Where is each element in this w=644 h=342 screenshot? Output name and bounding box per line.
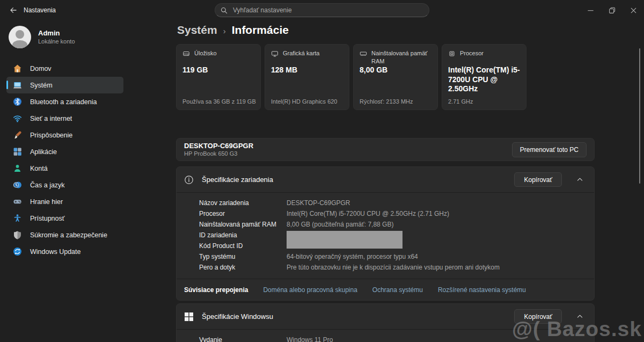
minimize-icon: [587, 6, 595, 14]
sidebar-item-accounts[interactable]: Kontá: [6, 160, 123, 177]
search-input[interactable]: [232, 6, 423, 14]
card-ram: Nainštalovaná pamäť RAM 8,00 GB Rýchlosť…: [353, 44, 438, 110]
device-specs-rows: Názov zariadenia DESKTOP-C69GPGR Proceso…: [177, 192, 594, 279]
card-caption: 2.71 GHz: [448, 98, 473, 105]
spec-row: Nainštalovaná pamäť RAM 8,00 GB (použite…: [177, 219, 594, 230]
device-specs-section: Špecifikácie zariadenia Kopírovať Názov …: [176, 166, 595, 301]
link-system-protection[interactable]: Ochrana systému: [372, 286, 423, 294]
sidebar: Admin Lokálne konto Domov Systém: [0, 20, 161, 342]
profile-name: Admin: [38, 29, 75, 38]
accessibility-person-icon: [13, 214, 22, 223]
card-value: 8,00 GB: [360, 66, 431, 75]
card-value: 128 MB: [271, 66, 343, 75]
titlebar: Nastavenia: [0, 0, 644, 20]
system-icon: [13, 81, 22, 90]
search-icon: [221, 7, 228, 14]
sidebar-item-accessibility[interactable]: Prístupnosť: [6, 210, 123, 227]
page-title: Informácie: [232, 24, 289, 37]
sidebar-item-privacy[interactable]: Súkromie a zabezpečenie: [6, 227, 123, 243]
breadcrumb-system[interactable]: Systém: [177, 24, 217, 37]
device-name: DESKTOP-C69GPGR: [184, 142, 253, 150]
sidebar-item-system[interactable]: Systém: [6, 77, 123, 93]
minimize-button[interactable]: [580, 0, 601, 20]
avatar: [9, 26, 31, 48]
rename-pc-button[interactable]: Premenovať toto PC: [512, 142, 587, 157]
update-arrows-icon: [13, 247, 22, 256]
card-title: Nainštalovaná pamäť RAM: [371, 49, 428, 66]
device-specs-header[interactable]: Špecifikácie zariadenia Kopírovať: [177, 167, 594, 192]
gamepad-icon: [13, 197, 22, 206]
restore-icon: [608, 6, 616, 14]
sidebar-item-label: Čas a jazyk: [30, 181, 65, 189]
card-cpu: Procesor Intel(R) Core(TM) i5-7200U CPU …: [442, 44, 526, 110]
sidebar-nav: Domov Systém Bluetooth a zariadenia Sieť…: [0, 60, 161, 260]
sidebar-item-label: Windows Update: [30, 248, 81, 256]
spec-row: Typ systému 64-bitový operačný systém, p…: [177, 251, 594, 262]
bazos-watermark: @( Bazos.sk: [512, 317, 644, 342]
sidebar-item-label: Aplikácie: [30, 148, 57, 156]
sidebar-item-time-language[interactable]: Čas a jazyk: [6, 177, 123, 193]
spec-row: Názov zariadenia DESKTOP-C69GPGR: [177, 198, 594, 208]
windows-specs-title: Špecifikácie Windowsu: [202, 312, 273, 321]
sidebar-item-label: Hranie hier: [30, 198, 63, 206]
sidebar-item-apps[interactable]: Aplikácie: [6, 143, 123, 160]
sidebar-item-gaming[interactable]: Hranie hier: [6, 193, 123, 210]
redacted-device-id-block: [287, 231, 402, 249]
device-model: HP ProBook 650 G3: [184, 150, 253, 157]
sidebar-item-personalization[interactable]: Prispôsobenie: [6, 127, 123, 143]
sidebar-item-label: Kontá: [30, 165, 48, 172]
storage-icon: [182, 50, 190, 57]
window-controls: [580, 0, 644, 20]
sidebar-item-label: Súkromie a zabezpečenie: [30, 231, 107, 239]
card-storage: Úložisko 119 GB Používa sa 36 GB z 119 G…: [176, 44, 261, 110]
sidebar-item-network[interactable]: Sieť a internet: [6, 110, 123, 127]
card-gpu: Grafická karta 128 MB Intel(R) HD Graphi…: [265, 44, 349, 110]
clock-icon: [13, 180, 22, 190]
link-advanced-system-settings[interactable]: Rozšírené nastavenia systému: [438, 286, 526, 294]
related-links-title: Súvisiace prepojenia: [184, 286, 248, 294]
search-box[interactable]: [215, 3, 429, 17]
device-name-card: DESKTOP-C69GPGR HP ProBook 650 G3 Premen…: [176, 138, 595, 161]
paintbrush-icon: [13, 130, 22, 140]
sidebar-item-label: Sieť a internet: [30, 115, 72, 122]
gpu-icon: [271, 50, 279, 57]
related-links-row: Súvisiace prepojenia Doména alebo pracov…: [177, 279, 594, 300]
device-specs-title: Špecifikácie zariadenia: [202, 176, 273, 184]
card-title: Grafická karta: [283, 49, 319, 57]
vertical-scrollbar[interactable]: [639, 48, 640, 184]
windows-logo-icon: [184, 312, 194, 322]
sidebar-item-label: Prispôsobenie: [30, 132, 72, 139]
restore-button[interactable]: [601, 0, 623, 20]
spec-row: Pero a dotyk Pre túto obrazovku nie je k…: [177, 262, 594, 273]
back-button[interactable]: [8, 4, 19, 16]
card-caption: Používa sa 36 GB z 119 GB: [182, 98, 256, 105]
home-icon: [13, 64, 22, 73]
chevron-up-icon[interactable]: [576, 176, 583, 183]
bluetooth-icon: [13, 97, 22, 106]
breadcrumb: Systém › Informácie: [177, 24, 289, 37]
arrow-left-icon: [9, 6, 18, 14]
close-button[interactable]: [623, 0, 644, 20]
copy-device-specs-button[interactable]: Kopírovať: [514, 172, 562, 187]
card-title: Úložisko: [194, 49, 217, 57]
card-value: Intel(R) Core(TM) i5-7200U CPU @ 2.50GHz: [448, 66, 520, 94]
sidebar-item-windows-update[interactable]: Windows Update: [6, 243, 123, 260]
apps-grid-icon: [13, 147, 22, 156]
profile-subtitle: Lokálne konto: [38, 38, 75, 45]
sidebar-item-label: Domov: [30, 65, 52, 72]
summary-cards: Úložisko 119 GB Používa sa 36 GB z 119 G…: [176, 44, 526, 110]
info-icon: [184, 175, 194, 185]
cpu-icon: [448, 50, 456, 57]
chevron-right-icon: ›: [223, 26, 226, 35]
wifi-icon: [13, 114, 22, 123]
shield-icon: [13, 230, 22, 239]
sidebar-item-bluetooth[interactable]: Bluetooth a zariadenia: [6, 93, 123, 110]
link-domain-or-workgroup[interactable]: Doména alebo pracovná skupina: [263, 286, 357, 294]
user-profile[interactable]: Admin Lokálne konto: [0, 20, 161, 48]
window-title: Nastavenia: [24, 6, 56, 14]
close-icon: [630, 6, 638, 14]
person-icon: [13, 164, 22, 173]
sidebar-item-home[interactable]: Domov: [6, 60, 123, 77]
spec-row: Procesor Intel(R) Core(TM) i5-7200U CPU …: [177, 208, 594, 219]
card-value: 119 GB: [182, 66, 254, 75]
